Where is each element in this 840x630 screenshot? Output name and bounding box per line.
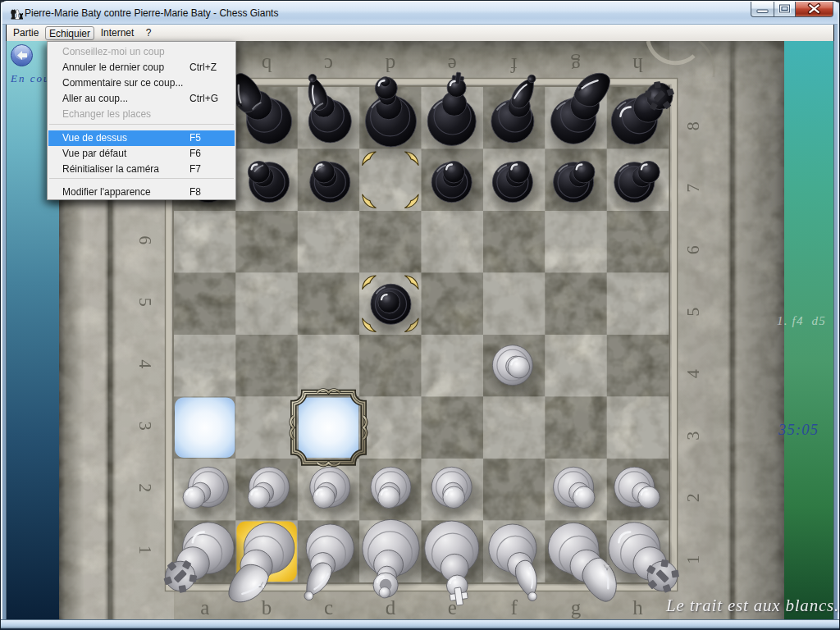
svg-text:f: f <box>511 596 518 619</box>
svg-text:c: c <box>324 54 333 76</box>
svg-text:1: 1 <box>682 555 703 564</box>
svg-text:h: h <box>632 596 643 619</box>
svg-text:g: g <box>571 596 582 619</box>
svg-text:e: e <box>448 54 457 76</box>
svg-text:b: b <box>262 596 272 619</box>
svg-text:2: 2 <box>135 483 156 492</box>
svg-text:6: 6 <box>135 235 156 244</box>
svg-text:2: 2 <box>682 493 703 502</box>
svg-text:4: 4 <box>682 369 703 378</box>
svg-text:3: 3 <box>682 431 703 441</box>
svg-text:d: d <box>385 54 395 76</box>
svg-text:1: 1 <box>135 546 156 555</box>
svg-text:4: 4 <box>135 359 156 368</box>
svg-text:f: f <box>510 54 518 76</box>
svg-text:7: 7 <box>682 184 703 193</box>
svg-text:c: c <box>324 596 333 619</box>
svg-text:3: 3 <box>135 422 156 431</box>
svg-text:g: g <box>570 54 581 76</box>
svg-text:5: 5 <box>682 308 703 317</box>
svg-text:6: 6 <box>682 245 703 254</box>
svg-text:a: a <box>200 596 209 619</box>
svg-text:b: b <box>262 54 272 76</box>
svg-text:8: 8 <box>682 121 703 130</box>
svg-text:5: 5 <box>135 298 156 307</box>
svg-text:h: h <box>632 54 643 76</box>
svg-text:d: d <box>386 596 396 619</box>
